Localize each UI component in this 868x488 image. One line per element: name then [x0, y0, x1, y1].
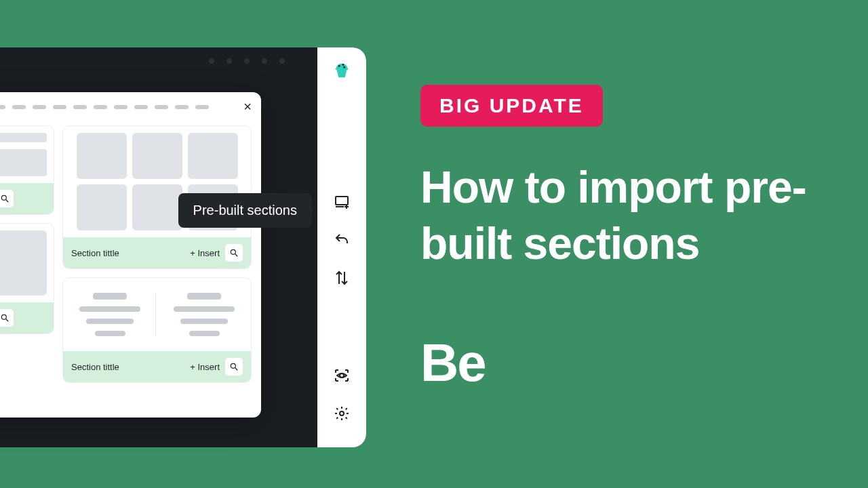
svg-point-13 — [231, 249, 235, 254]
svg-line-16 — [235, 368, 238, 371]
settings-icon[interactable] — [334, 396, 350, 434]
magnify-icon[interactable] — [0, 309, 14, 327]
insert-button[interactable]: + Insert — [190, 362, 220, 372]
tab-placeholders — [0, 105, 237, 109]
svg-rect-3 — [336, 197, 348, 205]
tooltip-prebuilt-sections: Pre-built sections — [178, 193, 312, 228]
svg-point-0 — [338, 65, 340, 67]
reorder-icon[interactable] — [334, 260, 350, 298]
magnify-icon[interactable] — [225, 244, 243, 262]
section-card: Section tittle + Insert — [62, 277, 252, 383]
page-title: How to import pre-built sections — [420, 159, 868, 271]
section-title-label: Section tittle — [71, 362, 184, 372]
side-toolbar — [317, 47, 366, 447]
preview-icon[interactable] — [334, 358, 350, 396]
panel-header: All × — [0, 92, 261, 121]
magnify-icon[interactable] — [0, 190, 14, 207]
app-window: Pre-built sections All × — [0, 47, 366, 447]
sections-panel: All × Insert — [0, 92, 261, 418]
magnify-icon[interactable] — [225, 358, 243, 375]
canvas-placeholder-dots — [209, 58, 285, 64]
section-title-label: Section tittle — [71, 248, 184, 258]
svg-point-8 — [340, 411, 344, 415]
be-logo: Be — [420, 332, 868, 394]
svg-point-1 — [342, 64, 344, 66]
svg-point-2 — [343, 66, 345, 68]
sections-icon[interactable] — [334, 184, 350, 222]
svg-point-15 — [231, 363, 235, 368]
close-icon[interactable]: × — [243, 99, 252, 115]
svg-line-14 — [235, 254, 238, 257]
muffin-logo-icon[interactable] — [332, 60, 352, 184]
section-card: Insert — [0, 125, 54, 215]
svg-point-9 — [1, 195, 6, 200]
insert-button[interactable]: + Insert — [190, 248, 220, 258]
update-badge: BIG UPDATE — [420, 85, 603, 127]
svg-point-11 — [1, 314, 6, 319]
undo-icon[interactable] — [334, 222, 350, 260]
section-card: Insert — [0, 223, 54, 334]
svg-line-12 — [5, 319, 8, 322]
svg-line-10 — [5, 200, 8, 203]
